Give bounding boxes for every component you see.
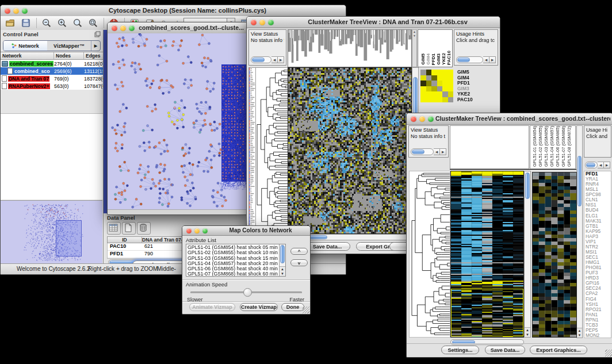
zoom-in-icon[interactable] (56, 18, 68, 28)
scrollbar-thumb[interactable] (586, 163, 595, 167)
heatmap-canvas[interactable] (450, 171, 524, 338)
row-dendrogram[interactable] (409, 171, 450, 338)
scrollbar-thumb[interactable] (412, 150, 424, 154)
scroll-right-icon[interactable]: ▶ (489, 56, 496, 63)
row-dendrogram[interactable] (255, 67, 289, 234)
network-canvas[interactable] (108, 33, 250, 209)
gene-label[interactable]: MON2 (586, 333, 611, 338)
node-count: 2569(6) (54, 68, 84, 74)
slider-thumb[interactable] (243, 288, 252, 297)
zoom-fit-icon[interactable] (72, 18, 83, 28)
scrollbar-thumb[interactable] (252, 58, 265, 62)
network-view-window: combined_scores_good.txt--cluste... (107, 22, 251, 215)
usage-hints-scrollbar[interactable]: ◀ ▶ (585, 162, 610, 168)
mini-heatmap-cell (448, 97, 454, 103)
new-attribute-button[interactable] (122, 222, 136, 235)
zoom-out-icon[interactable] (41, 18, 52, 28)
tab-vizmapper[interactable]: VizMapper™ (47, 41, 91, 51)
float-panel-icon[interactable] (94, 31, 101, 37)
scroll-right-icon[interactable]: ▶ (604, 162, 610, 168)
list-vscrollbar[interactable]: ▲▼ (279, 244, 285, 276)
scroll-arrows[interactable]: ▲▼ (280, 266, 285, 276)
minimize-icon[interactable] (259, 20, 265, 25)
zoom-window-icon[interactable] (129, 25, 135, 31)
attribute-list-item[interactable]: GPL51-07 (GSM868) heat shock 60 min (188, 271, 278, 277)
scrollbar-thumb[interactable] (457, 58, 470, 62)
close-icon[interactable] (411, 116, 416, 122)
detail-vscrollbar[interactable]: ▲▼ (576, 125, 583, 338)
scroll-arrows[interactable]: ▲▼ (525, 327, 530, 337)
network-tree-row[interactable]: DNA and Tran 07769(0)183728(0) (1, 75, 103, 82)
heatmap-vscrollbar[interactable]: ▲▼ (524, 171, 531, 338)
export-graphics-button[interactable]: Export Graphics... (530, 346, 587, 354)
scroll-right-icon[interactable]: ▶ (278, 56, 284, 63)
minimize-icon[interactable] (419, 116, 425, 122)
heatmap-canvas[interactable] (288, 67, 412, 234)
close-icon[interactable] (112, 25, 117, 31)
resize-grip[interactable] (605, 350, 612, 357)
col-id[interactable]: ID (108, 237, 142, 243)
network-window-titlebar[interactable]: combined_scores_good.txt--cluste... (108, 22, 251, 34)
column-labels-panel: GIM5GIM4PFD1GIM3YKE2PAC10 (418, 29, 453, 67)
move-down-button[interactable]: v (290, 259, 308, 266)
move-up-button[interactable]: ^ (290, 248, 308, 255)
column-dendrogram[interactable] (288, 29, 412, 67)
scrollbar-thumb[interactable] (525, 173, 530, 199)
view-status-scrollbar[interactable]: ◀ ▶ (411, 148, 446, 155)
network-tree-row[interactable]: RNAPuberNov2+563(0)107847(0) (1, 82, 103, 90)
zoom-window-icon[interactable] (428, 116, 434, 122)
scroll-left-icon[interactable]: ◀ (598, 162, 604, 168)
save-icon[interactable] (20, 18, 32, 28)
cluster-mini-heatmap[interactable] (420, 70, 453, 102)
col-network[interactable]: Network (1, 52, 54, 59)
scroll-arrows[interactable]: ▲▼ (577, 328, 582, 338)
zoom-window-icon[interactable] (202, 228, 208, 233)
close-icon[interactable] (186, 228, 192, 233)
minimize-icon[interactable] (13, 8, 19, 14)
edge-count: 16218(0) (84, 61, 103, 67)
minimize-icon[interactable] (194, 228, 200, 233)
tab-network[interactable]: Network (3, 41, 47, 51)
scroll-left-icon[interactable]: ◀ (271, 56, 278, 63)
zoom-selected-icon[interactable] (87, 18, 99, 28)
network-overview-panel[interactable] (1, 200, 102, 264)
save-data-button[interactable]: Save Data... (485, 346, 525, 354)
create-vizmap-button[interactable]: Create Vizmap (240, 303, 278, 311)
main-titlebar[interactable]: Cytoscape Desktop (Session Name: collins… (1, 5, 346, 17)
animation-speed-slider[interactable] (190, 288, 302, 296)
scroll-left-icon[interactable]: ◀ (434, 148, 440, 155)
network-table-header[interactable]: Network Nodes Edges (1, 52, 103, 60)
close-icon[interactable] (5, 8, 10, 14)
scroll-left-icon[interactable]: ◀ (483, 56, 489, 63)
table-view-button[interactable] (107, 222, 121, 235)
zoom-window-icon[interactable] (268, 20, 274, 25)
done-button[interactable]: Done (281, 303, 304, 311)
detail-heatmap-canvas[interactable] (532, 172, 577, 338)
dialog-titlebar[interactable]: Map Colors to Network (182, 226, 310, 236)
minimize-icon[interactable] (120, 25, 126, 31)
animate-vizmap-button[interactable]: Animate Vizmap (189, 303, 235, 311)
close-icon[interactable] (251, 20, 257, 25)
dendrogram-arrow-strip[interactable]: ▲▼ (412, 29, 417, 67)
gene-label-list[interactable]: PFD1YRA1RNR4MSL1SPC98CLN1NIS1BUD4ELG1MAK… (584, 171, 611, 338)
open-folder-icon[interactable] (5, 18, 16, 28)
tab-overflow-button[interactable]: ▶ (91, 41, 100, 51)
save-data-button[interactable]: Save Data... (304, 242, 350, 251)
zoom-window-icon[interactable] (22, 8, 28, 14)
attribute-listbox[interactable]: GPL51-01 (GSM854) heat shock 05 minGPL51… (186, 244, 286, 277)
network-tree-row[interactable]: combined_sco2569(6)13112(15) (1, 67, 103, 75)
scrollbar-thumb[interactable] (577, 156, 582, 206)
settings-button[interactable]: Settings... (441, 346, 479, 354)
resize-grip[interactable] (303, 306, 309, 313)
map-colors-dialog: Map Colors to Network Attribute List GPL… (182, 225, 311, 315)
col-nodes[interactable]: Nodes (54, 52, 84, 59)
network-tree-row[interactable]: combined_scores2764(0)16218(0) (1, 60, 103, 67)
treeview1-titlebar[interactable]: ClusterMaker TreeView : DNA and Tran 07-… (247, 17, 500, 28)
scroll-right-icon[interactable]: ▶ (440, 148, 446, 155)
treeview2-titlebar[interactable]: ClusterMaker TreeView : combined_scores_… (407, 113, 612, 125)
delete-attribute-trash-button[interactable] (137, 222, 151, 235)
view-status-scrollbar[interactable]: ◀ ▶ (251, 56, 284, 63)
usage-hints-scrollbar[interactable]: ◀ ▶ (456, 56, 496, 63)
scrollbar-thumb[interactable] (280, 245, 285, 263)
col-edges[interactable]: Edges (84, 52, 103, 59)
